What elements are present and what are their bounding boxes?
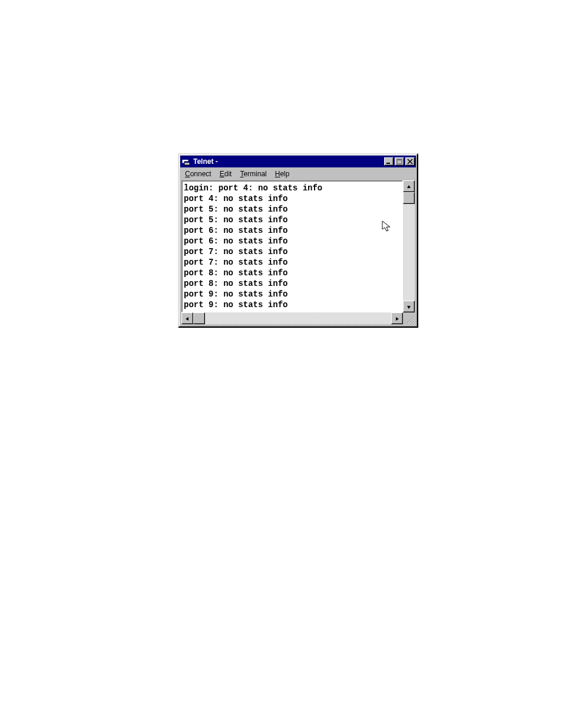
- menu-terminal[interactable]: Terminal: [236, 169, 271, 179]
- terminal-line: port 9: no stats info: [184, 289, 401, 299]
- maximize-icon: [396, 156, 402, 167]
- terminal-line: port 5: no stats info: [184, 204, 401, 215]
- minimize-button[interactable]: [384, 157, 394, 166]
- scroll-right-button[interactable]: [391, 312, 403, 324]
- terminal-line: port 4: no stats info: [184, 193, 401, 204]
- menu-connect[interactable]: Connect: [181, 169, 216, 179]
- scroll-left-button[interactable]: [181, 312, 193, 324]
- scroll-up-button[interactable]: [403, 180, 415, 192]
- close-icon: [407, 156, 413, 167]
- vertical-scroll-track[interactable]: [403, 192, 415, 301]
- horizontal-scroll-track[interactable]: [193, 312, 391, 324]
- close-button[interactable]: [405, 157, 415, 166]
- titlebar[interactable]: Telnet -: [180, 156, 416, 167]
- terminal-line: login: port 4: no stats info: [184, 183, 401, 193]
- horizontal-scroll-thumb[interactable]: [193, 312, 205, 324]
- svg-rect-4: [386, 163, 390, 164]
- window-title: Telnet -: [193, 157, 384, 166]
- resize-grip[interactable]: [403, 312, 415, 324]
- horizontal-scrollbar[interactable]: [181, 312, 403, 324]
- chevron-right-icon: [395, 313, 399, 324]
- terminal-line: port 7: no stats info: [184, 257, 401, 268]
- svg-marker-12: [396, 317, 399, 321]
- minimize-icon: [386, 156, 392, 167]
- svg-rect-1: [182, 159, 189, 160]
- svg-rect-3: [184, 162, 190, 163]
- scroll-down-button[interactable]: [403, 301, 415, 312]
- vertical-scroll-thumb[interactable]: [403, 192, 415, 204]
- terminal-line: port 6: no stats info: [184, 236, 401, 246]
- vertical-scrollbar[interactable]: [403, 180, 415, 312]
- chevron-up-icon: [406, 181, 411, 192]
- menu-edit[interactable]: Edit: [216, 169, 237, 179]
- svg-marker-10: [407, 306, 411, 309]
- telnet-window: Telnet -: [178, 153, 418, 328]
- terminal-line: port 9: no stats info: [184, 299, 401, 310]
- menubar: Connect Edit Terminal Help: [180, 169, 416, 179]
- svg-marker-9: [407, 185, 411, 188]
- terminal-line: port 6: no stats info: [184, 225, 401, 236]
- menu-help[interactable]: Help: [272, 169, 295, 179]
- maximize-button[interactable]: [395, 157, 404, 166]
- chevron-down-icon: [406, 301, 411, 312]
- svg-marker-11: [186, 317, 189, 321]
- terminal-line: port 7: no stats info: [184, 246, 401, 257]
- client-area: login: port 4: no stats info port 4: no …: [181, 180, 415, 324]
- svg-rect-6: [397, 159, 402, 160]
- terminal-line: port 8: no stats info: [184, 278, 401, 289]
- terminal-output[interactable]: login: port 4: no stats info port 4: no …: [181, 180, 403, 312]
- terminal-line: port 5: no stats info: [184, 215, 401, 225]
- terminal-line: port 8: no stats info: [184, 268, 401, 278]
- app-icon: [181, 157, 191, 166]
- chevron-left-icon: [185, 313, 190, 324]
